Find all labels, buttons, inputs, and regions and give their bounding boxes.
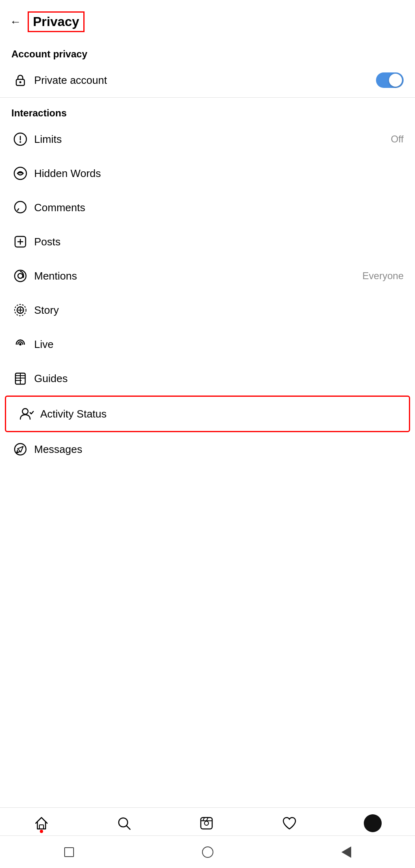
android-home-button[interactable] bbox=[202, 846, 213, 858]
section-label-account-privacy: Account privacy bbox=[0, 39, 415, 63]
list-item-comments[interactable]: Comments bbox=[0, 190, 415, 225]
nav-item-search[interactable] bbox=[116, 815, 132, 831]
svg-line-26 bbox=[126, 826, 130, 829]
nav-item-home[interactable] bbox=[33, 815, 50, 831]
svg-point-1 bbox=[20, 81, 22, 83]
private-account-label: Private account bbox=[34, 74, 376, 87]
list-item-limits[interactable]: Limits Off bbox=[0, 122, 415, 156]
plus-square-icon bbox=[11, 233, 29, 251]
back-button[interactable]: ← bbox=[10, 16, 21, 28]
profile-avatar bbox=[364, 814, 382, 832]
messenger-icon bbox=[11, 440, 29, 458]
list-item-guides[interactable]: Guides bbox=[0, 361, 415, 396]
live-label: Live bbox=[34, 338, 404, 351]
person-check-icon bbox=[17, 405, 35, 423]
svg-point-11 bbox=[18, 273, 23, 278]
android-recents-button[interactable] bbox=[64, 847, 74, 857]
activity-status-highlight-box: Activity Status bbox=[5, 396, 410, 432]
hidden-words-icon bbox=[11, 164, 29, 182]
comments-label: Comments bbox=[34, 201, 404, 214]
story-circle-icon bbox=[11, 301, 29, 319]
list-item-posts[interactable]: Posts bbox=[0, 225, 415, 259]
svg-rect-27 bbox=[201, 818, 212, 829]
heart-icon bbox=[281, 815, 298, 831]
nav-item-reels[interactable] bbox=[198, 815, 215, 831]
list-item-messages[interactable]: Messages bbox=[0, 432, 415, 466]
list-item-activity-status[interactable]: Activity Status bbox=[6, 397, 409, 431]
limits-label: Limits bbox=[34, 133, 391, 146]
activity-status-label: Activity Status bbox=[40, 408, 398, 420]
home-notification-dot bbox=[40, 830, 43, 833]
guides-label: Guides bbox=[34, 372, 404, 385]
svg-rect-24 bbox=[39, 825, 43, 829]
messages-label: Messages bbox=[34, 443, 404, 456]
mentions-label: Mentions bbox=[34, 270, 363, 282]
search-icon bbox=[116, 815, 132, 831]
home-icon bbox=[33, 815, 50, 831]
limits-value: Off bbox=[391, 133, 404, 145]
section-label-interactions: Interactions bbox=[0, 98, 415, 122]
private-account-toggle[interactable] bbox=[376, 72, 404, 88]
svg-point-22 bbox=[22, 409, 28, 414]
svg-point-16 bbox=[19, 343, 22, 345]
story-label: Story bbox=[34, 304, 404, 317]
mentions-value: Everyone bbox=[363, 270, 404, 282]
posts-label: Posts bbox=[34, 236, 404, 248]
page-title: Privacy bbox=[28, 11, 85, 32]
android-nav bbox=[0, 835, 415, 868]
svg-point-6 bbox=[15, 201, 26, 213]
comment-icon bbox=[11, 199, 29, 216]
nav-item-profile[interactable] bbox=[364, 814, 382, 832]
list-item-mentions[interactable]: Mentions Everyone bbox=[0, 259, 415, 293]
android-back-button[interactable] bbox=[341, 846, 351, 858]
list-item-story[interactable]: Story bbox=[0, 293, 415, 327]
header: ← Privacy bbox=[0, 0, 415, 39]
bottom-nav bbox=[0, 807, 415, 835]
list-item-live[interactable]: Live bbox=[0, 327, 415, 361]
book-icon bbox=[11, 370, 29, 387]
alert-circle-icon bbox=[11, 130, 29, 148]
list-item-hidden-words[interactable]: Hidden Words bbox=[0, 156, 415, 190]
hidden-words-label: Hidden Words bbox=[34, 167, 404, 180]
lock-icon bbox=[11, 71, 29, 89]
list-item-private-account[interactable]: Private account bbox=[0, 63, 415, 97]
svg-point-4 bbox=[20, 141, 21, 143]
broadcast-icon bbox=[11, 335, 29, 353]
reels-icon bbox=[198, 815, 215, 831]
nav-item-activity[interactable] bbox=[281, 815, 298, 831]
svg-point-28 bbox=[204, 821, 209, 825]
at-icon bbox=[11, 267, 29, 285]
